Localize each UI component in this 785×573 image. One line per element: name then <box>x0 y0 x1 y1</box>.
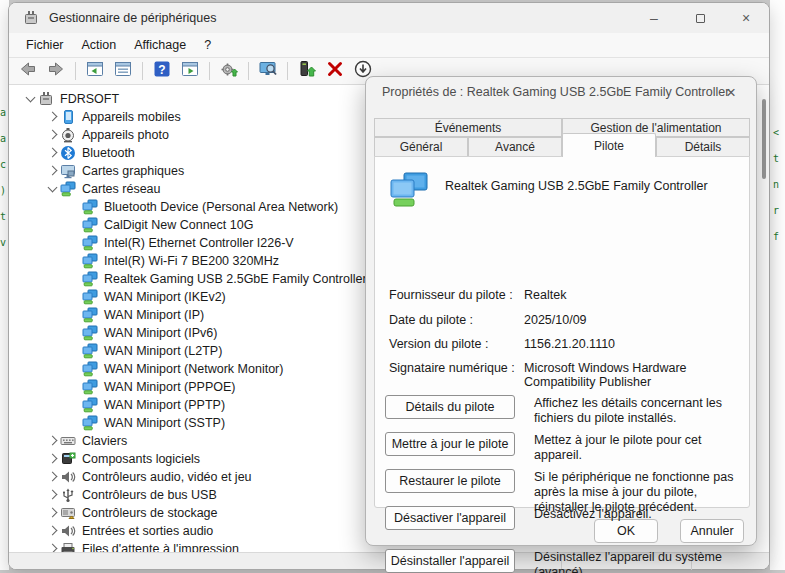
chevron-right-icon[interactable] <box>44 505 60 521</box>
device-name: Realtek Gaming USB 2.5GbE Family Control… <box>445 171 708 193</box>
menu-bar: FichierActionAffichage? <box>9 33 769 57</box>
tab-pilote[interactable]: Pilote <box>562 133 656 157</box>
dialog-close-button[interactable]: × <box>718 81 744 105</box>
tab--v-nements[interactable]: Événements <box>374 118 562 137</box>
d-sactiver-l-appareil-button[interactable]: Désactiver l'appareil <box>385 506 515 530</box>
scan-gear-button[interactable] <box>216 59 242 83</box>
svg-text:?: ? <box>158 63 165 77</box>
mettre-jour-le-pilote-button[interactable]: Mettre à jour le pilote <box>385 432 515 456</box>
driver-tab-page: Realtek Gaming USB 2.5GbE Family Control… <box>374 156 750 508</box>
uninstall-button[interactable] <box>322 59 348 83</box>
tree-item-label: Contrôleurs audio, vidéo et jeu <box>82 470 252 484</box>
cancel-button[interactable]: Annuler <box>680 519 744 543</box>
d-tails-du-pilote-button[interactable]: Détails du pilote <box>385 395 515 419</box>
menu-?[interactable]: ? <box>195 35 220 55</box>
keyboard-icon <box>60 433 77 449</box>
chevron-right-icon[interactable] <box>44 451 60 467</box>
network-icon <box>82 397 99 413</box>
toolbar-separator <box>248 62 249 80</box>
back-button[interactable] <box>15 59 41 83</box>
properties-button[interactable] <box>110 59 136 83</box>
chevron-placeholder <box>66 415 82 431</box>
audio-icon <box>60 469 77 485</box>
chevron-right-icon[interactable] <box>44 523 60 539</box>
network-adapter-icon <box>389 171 429 209</box>
monitor-search-button[interactable] <box>255 59 281 83</box>
ok-button[interactable]: OK <box>594 519 658 543</box>
background-text-fragment: f <box>773 224 785 250</box>
action-description: Affichez les détails concernant les fich… <box>534 396 746 426</box>
restaurer-le-pilote-button[interactable]: Restaurer le pilote <box>385 469 515 493</box>
background-text-fragment: t <box>773 146 785 172</box>
tree-item-label: Intel(R) Wi-Fi 7 BE200 320MHz <box>104 254 279 268</box>
toolbar-separator <box>75 62 76 80</box>
forward-button[interactable] <box>43 59 69 83</box>
tree-item-label: WAN Miniport (SSTP) <box>104 416 225 430</box>
uninstall-icon <box>325 59 345 83</box>
action-description: Désinstallez l'appareil du système (avan… <box>534 550 746 573</box>
computer-icon <box>38 91 55 107</box>
background-text-fragment: r <box>773 198 785 224</box>
console-tree-button[interactable] <box>82 59 108 83</box>
forward-icon <box>46 59 66 83</box>
tree-item-label: Appareils mobiles <box>82 110 181 124</box>
tree-item-label: CalDigit New Connect 10G <box>104 218 253 232</box>
menu-action[interactable]: Action <box>73 35 126 55</box>
tree-item-label: Composants logiciels <box>82 452 200 466</box>
help-icon: ? <box>152 59 172 83</box>
field-label: Version du pilote : <box>389 337 524 351</box>
chevron-right-icon[interactable] <box>44 469 60 485</box>
menu-affichage[interactable]: Affichage <box>125 35 195 55</box>
monitor-search-icon <box>258 59 278 83</box>
chevron-down-icon[interactable] <box>44 181 60 197</box>
display-icon <box>60 163 77 179</box>
toolbar-separator <box>142 62 143 80</box>
tree-item-label: Contrôleurs de stockage <box>82 506 218 520</box>
device-manager-icon <box>23 10 39 26</box>
minimize-button[interactable]: – <box>631 3 677 33</box>
d-sinstaller-l-appareil-button[interactable]: Désinstaller l'appareil <box>385 549 515 573</box>
help-button[interactable]: ? <box>149 59 175 83</box>
back-icon <box>18 59 38 83</box>
chevron-right-icon[interactable] <box>44 109 60 125</box>
tab-d-tails[interactable]: Détails <box>656 137 750 157</box>
background-text-fragment: n <box>773 172 785 198</box>
field-value: 1156.21.20.1110 <box>524 337 739 351</box>
properties-dialog: Propriétés de : Realtek Gaming USB 2.5Gb… <box>365 76 757 546</box>
tree-item-label: WAN Miniport (PPTP) <box>104 398 225 412</box>
chevron-right-icon[interactable] <box>44 433 60 449</box>
tree-item-label: Cartes réseau <box>82 182 161 196</box>
action-description: Mettez à jour le pilote pour cet apparei… <box>534 433 746 463</box>
properties-icon <box>113 59 133 83</box>
tree-item-label: Bluetooth Device (Personal Area Network) <box>104 200 338 214</box>
network-icon <box>82 217 99 233</box>
network-icon <box>82 307 99 323</box>
chevron-right-icon[interactable] <box>44 163 60 179</box>
chevron-placeholder <box>66 361 82 377</box>
background-window-right-sliver: <tnrf <box>770 0 785 570</box>
network-icon <box>82 361 99 377</box>
chevron-down-icon[interactable] <box>22 91 38 107</box>
network-icon <box>82 415 99 431</box>
usb-icon <box>60 487 77 503</box>
tree-item-label: Realtek Gaming USB 2.5GbE Family Control… <box>104 272 367 286</box>
update-driver-button[interactable] <box>294 59 320 83</box>
chevron-right-icon[interactable] <box>44 145 60 161</box>
close-button[interactable]: × <box>723 3 769 33</box>
tab-avanc-[interactable]: Avancé <box>468 137 562 157</box>
action-description: Désactivez l'appareil. <box>534 507 746 522</box>
network-icon <box>82 325 99 341</box>
network-icon <box>82 199 99 215</box>
vertical-scrollbar[interactable] <box>762 99 766 179</box>
maximize-button[interactable] <box>677 3 723 33</box>
chevron-placeholder <box>66 307 82 323</box>
menu-fichier[interactable]: Fichier <box>17 35 73 55</box>
chevron-placeholder <box>66 253 82 269</box>
chevron-right-icon[interactable] <box>44 127 60 143</box>
chevron-placeholder <box>66 343 82 359</box>
tab-g-n-ral[interactable]: Général <box>374 137 468 157</box>
chevron-right-icon[interactable] <box>44 487 60 503</box>
tree-item-label: Claviers <box>82 434 127 448</box>
action-pane-button[interactable] <box>177 59 203 83</box>
tree-item-label: Intel(R) Ethernet Controller I226-V <box>104 236 294 250</box>
